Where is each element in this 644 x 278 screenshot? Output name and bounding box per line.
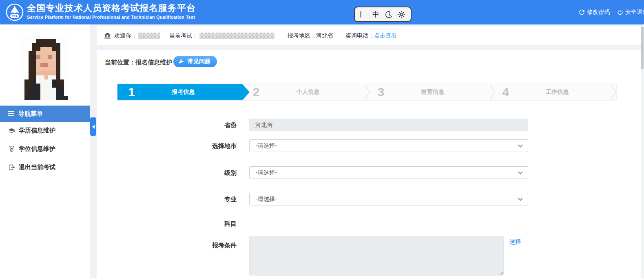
subject-label: 科目 <box>175 220 237 228</box>
graduation-cap-icon <box>8 127 15 134</box>
city-label: 选择地市 <box>175 139 237 152</box>
header-titles: 全国专业技术人员资格考试报名服务平台 Service Platform for … <box>27 3 196 20</box>
phone-view-link[interactable]: 点击查看 <box>374 32 397 40</box>
moon-icon[interactable] <box>385 11 392 18</box>
condition-textarea[interactable] <box>249 236 504 276</box>
welcome-bar: 欢迎你： 当前考试： 报考地区： 河北省 咨询电话： 点击查看 <box>97 26 641 45</box>
greeting-label: 欢迎你： <box>114 32 137 40</box>
condition-select-link[interactable]: 选择 <box>509 238 521 246</box>
power-icon <box>617 9 623 15</box>
change-password-button[interactable]: 修改密码 <box>579 9 610 16</box>
sidebar-item-exit-exam[interactable]: 退出当前考试 <box>0 161 90 173</box>
svg-text:PTA: PTA <box>12 14 18 18</box>
main-content-card: 当前位置：报名信息维护 常见问题 1 报考信息 2 个人信息 3 教育信息 4 … <box>97 50 641 278</box>
language-button[interactable]: 中 <box>372 11 379 18</box>
region-value: 河北省 <box>316 32 333 40</box>
hamburger-icon <box>8 111 14 116</box>
major-label: 专业 <box>175 193 237 205</box>
condition-label: 报考条件 <box>175 239 237 252</box>
sidebar-item-degree-info[interactable]: 学位信息维护 <box>0 143 90 154</box>
toolbar-divider <box>367 9 367 19</box>
pointing-hand-icon <box>178 58 185 65</box>
censored-exam-name <box>199 33 274 39</box>
chevron-left-icon <box>92 125 95 129</box>
extension-toolbar: 中 <box>354 7 412 22</box>
scrollbar-track[interactable] <box>641 24 644 278</box>
breadcrumb: 当前位置：报名信息维护 <box>105 59 172 66</box>
sidebar-collapse-toggle[interactable] <box>90 117 96 136</box>
level-label: 级别 <box>175 166 237 179</box>
scrollbar-thumb[interactable] <box>641 26 644 69</box>
step-4-work-info[interactable]: 4 工作信息 <box>491 84 616 100</box>
step-2-personal-info[interactable]: 2 个人信息 <box>242 84 367 100</box>
province-field: 河北省 <box>249 119 528 131</box>
province-label: 省份 <box>175 119 237 131</box>
medal-icon <box>8 146 15 152</box>
app-header: PTA 全国专业技术人员资格考试报名服务平台 Service Platform … <box>0 0 644 24</box>
header-actions: 修改密码 安全退出 <box>579 0 644 24</box>
safe-logout-button[interactable]: 安全退出 <box>617 9 644 16</box>
level-select[interactable]: -请选择- <box>249 166 528 179</box>
id-photo <box>20 35 68 100</box>
gear-icon[interactable] <box>398 11 405 18</box>
bank-icon <box>104 32 111 39</box>
chevron-down-icon <box>518 196 522 201</box>
sidebar: 导航菜单 学历信息维护 学位信息维护 退出当前考试 <box>0 24 90 278</box>
logout-icon <box>8 164 15 171</box>
app-subtitle: Service Platform for National Profession… <box>27 15 196 20</box>
phone-label: 咨询电话： <box>345 32 374 40</box>
step-wizard: 1 报考信息 2 个人信息 3 教育信息 4 工作信息 <box>117 84 617 101</box>
sidebar-item-education-info[interactable]: 学历信息维护 <box>0 125 90 136</box>
city-select[interactable]: -请选择- <box>249 139 528 152</box>
refresh-edit-icon <box>579 9 585 15</box>
current-exam-label: 当前考试： <box>169 32 198 40</box>
step-3-education-info[interactable]: 3 教育信息 <box>367 84 492 100</box>
region-label: 报考地区： <box>288 32 316 40</box>
chevron-down-icon <box>518 143 522 147</box>
major-select[interactable]: -请选择- <box>249 193 528 205</box>
censored-username <box>138 33 160 39</box>
pta-logo-icon: PTA <box>5 3 24 22</box>
app-title: 全国专业技术人员资格考试报名服务平台 <box>27 3 196 13</box>
step-1-application-info[interactable]: 1 报考信息 <box>117 84 242 100</box>
sidebar-nav-menu-header[interactable]: 导航菜单 <box>0 106 90 122</box>
faq-button[interactable]: 常见问题 <box>173 56 217 67</box>
chevron-down-icon <box>518 170 522 174</box>
toolbar-drag-handle-icon[interactable] <box>360 11 361 18</box>
